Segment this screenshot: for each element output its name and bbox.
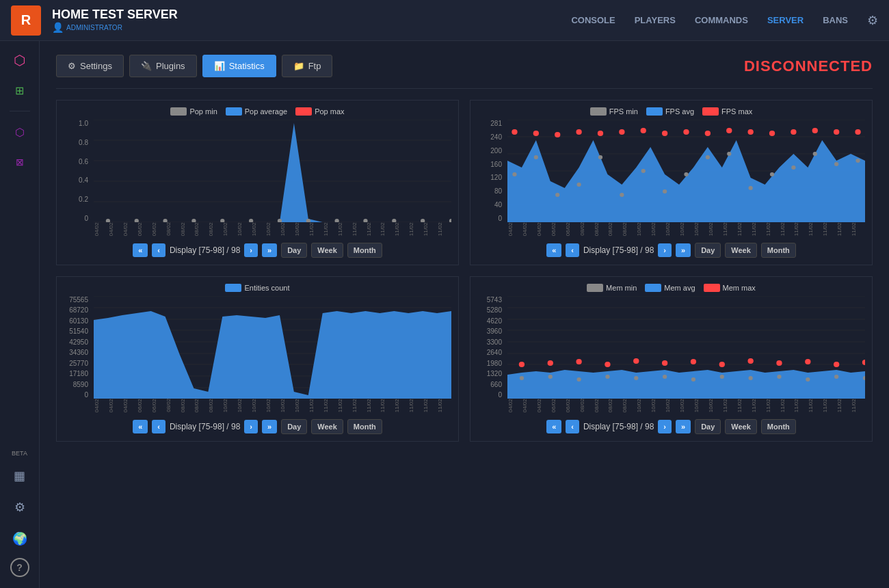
- svg-point-42: [812, 128, 818, 133]
- legend-fps-max: FPS max: [702, 107, 752, 116]
- mem-month-btn[interactable]: Month: [761, 419, 796, 434]
- svg-point-107: [806, 377, 810, 382]
- entities-svg: [94, 296, 451, 399]
- svg-point-95: [834, 362, 839, 367]
- svg-point-45: [512, 172, 516, 176]
- svg-point-105: [749, 376, 753, 380]
- svg-marker-83: [507, 370, 865, 399]
- svg-point-38: [726, 128, 732, 133]
- mem-chart-area: 5743 5280 4620 3960 3300 2640 1980 1320 …: [477, 296, 865, 412]
- help-icon[interactable]: ?: [10, 558, 29, 577]
- sidebar-item-plugin[interactable]: ⬡: [8, 48, 32, 72]
- fps-day-btn[interactable]: Day: [695, 243, 721, 258]
- fps-x-axis: 04/02 18:00 04/02 19:00 04/02 20:00 06/0…: [507, 222, 865, 236]
- fps-legend: FPS min FPS avg FPS max: [477, 107, 865, 116]
- legend-color-pop-min: [170, 107, 187, 116]
- mem-display-info: Display [75-98] / 98: [583, 422, 654, 431]
- svg-point-48: [576, 183, 581, 187]
- entities-week-btn[interactable]: Week: [311, 419, 343, 434]
- legend-label-mem-avg: Mem avg: [664, 284, 695, 292]
- svg-point-59: [813, 152, 817, 156]
- svg-point-98: [548, 375, 553, 379]
- beta-label: BETA: [12, 450, 27, 457]
- svg-point-89: [662, 360, 667, 366]
- fps-chart-plot: [507, 120, 865, 222]
- svg-point-91: [719, 362, 725, 367]
- fps-month-btn[interactable]: Month: [761, 243, 796, 258]
- admin-icon: 👤: [52, 22, 64, 33]
- tab-statistics[interactable]: 📊 Statistics: [202, 55, 276, 77]
- fps-prev-btn[interactable]: ‹: [566, 243, 579, 257]
- mem-next-btn[interactable]: ›: [658, 420, 672, 433]
- mem-first-btn[interactable]: «: [546, 420, 561, 433]
- entities-last-btn[interactable]: »: [262, 420, 277, 433]
- tab-settings[interactable]: ⚙ Settings: [56, 55, 124, 77]
- svg-point-88: [633, 358, 639, 364]
- pop-day-btn[interactable]: Day: [281, 243, 307, 258]
- sidebar-item-users[interactable]: ⬡: [8, 120, 32, 144]
- svg-point-101: [634, 376, 638, 380]
- entities-first-btn[interactable]: «: [133, 420, 148, 433]
- legend-label-fps-max: FPS max: [721, 107, 752, 116]
- svg-point-60: [834, 162, 838, 166]
- legend-label-entities: Entities count: [244, 284, 289, 292]
- legend-pop-max: Pop max: [295, 107, 344, 116]
- server-name: HOME TEST SERVER: [52, 8, 178, 22]
- pop-first-btn[interactable]: «: [133, 243, 148, 257]
- svg-point-36: [683, 129, 689, 135]
- pop-next-btn[interactable]: ›: [244, 243, 258, 257]
- world-icon[interactable]: 🌍: [8, 526, 32, 551]
- nav-commands[interactable]: COMMANDS: [695, 15, 748, 25]
- sidebar-item-extra[interactable]: ⊠: [8, 150, 32, 174]
- beta-grid-icon[interactable]: ▦: [8, 464, 32, 488]
- sidebar-settings-icon[interactable]: ⚙: [8, 495, 32, 520]
- nav-server[interactable]: SERVER: [767, 15, 804, 25]
- pop-prev-btn[interactable]: ‹: [152, 243, 165, 257]
- entities-prev-btn[interactable]: ‹: [152, 420, 165, 433]
- legend-color-entities: [225, 284, 241, 292]
- pop-week-btn[interactable]: Week: [311, 243, 343, 258]
- mem-last-btn[interactable]: »: [676, 420, 691, 433]
- entities-next-btn[interactable]: ›: [244, 420, 258, 433]
- nav-console[interactable]: CONSOLE: [571, 15, 615, 25]
- nav-players[interactable]: PLAYERS: [635, 15, 676, 25]
- entities-month-btn[interactable]: Month: [347, 419, 382, 434]
- legend-label-pop-max: Pop max: [315, 107, 344, 116]
- svg-point-34: [641, 128, 646, 133]
- mem-chart-plot: [507, 296, 865, 399]
- pop-chart: Pop min Pop average Pop max 1.0 0.8 0.6 …: [56, 100, 459, 265]
- svg-point-90: [691, 359, 696, 364]
- sidebar-item-map[interactable]: ⊞: [8, 78, 32, 103]
- legend-entities: Entities count: [225, 284, 289, 292]
- fps-last-btn[interactable]: »: [676, 243, 691, 257]
- fps-next-btn[interactable]: ›: [658, 243, 672, 257]
- pop-last-btn[interactable]: »: [262, 243, 277, 257]
- entities-chart-area: 75565 68720 60130 51540 42950 34360 2577…: [64, 296, 451, 412]
- pop-chart-area: 1.0 0.8 0.6 0.4 0.2 0: [64, 120, 451, 236]
- svg-point-94: [805, 359, 810, 364]
- tab-ftp[interactable]: 📁 Ftp: [282, 55, 333, 77]
- svg-marker-72: [94, 311, 451, 399]
- gear-icon[interactable]: ⚙: [867, 13, 878, 28]
- svg-point-41: [791, 129, 796, 135]
- svg-point-50: [620, 193, 624, 197]
- fps-first-btn[interactable]: «: [546, 243, 561, 257]
- sidebar-bottom: BETA ▦ ⚙ 🌍 ?: [8, 450, 32, 588]
- sidebar-divider: [10, 111, 30, 111]
- fps-y-axis: 281 240 200 160 120 80 40 0: [477, 120, 505, 222]
- legend-fps-avg: FPS avg: [646, 107, 694, 116]
- svg-point-28: [512, 129, 517, 135]
- mem-day-btn[interactable]: Day: [695, 419, 721, 434]
- mem-week-btn[interactable]: Week: [725, 419, 757, 434]
- fps-week-btn[interactable]: Week: [725, 243, 757, 258]
- pop-month-btn[interactable]: Month: [347, 243, 382, 258]
- mem-legend: Mem min Mem avg Mem max: [477, 284, 865, 292]
- mem-prev-btn[interactable]: ‹: [566, 420, 579, 433]
- svg-point-53: [684, 172, 688, 176]
- entities-day-btn[interactable]: Day: [281, 419, 307, 434]
- entities-x-axis: 04/02 18:00 04/02 19:00 04/02 20:00 06/0…: [94, 399, 451, 412]
- svg-point-97: [520, 376, 524, 380]
- nav-bans[interactable]: BANS: [823, 15, 848, 25]
- svg-point-44: [855, 129, 860, 135]
- tab-plugins[interactable]: 🔌 Plugins: [129, 55, 197, 77]
